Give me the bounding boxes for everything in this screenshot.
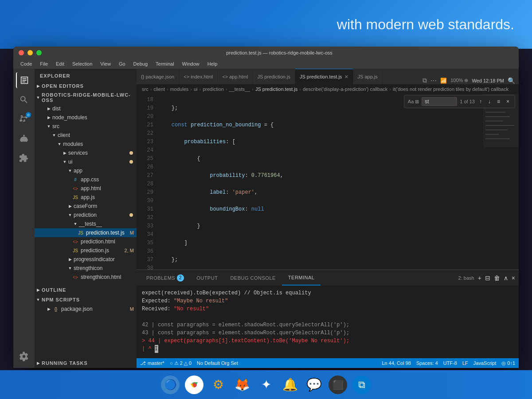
menu-debug[interactable]: Debug	[130, 59, 151, 69]
activity-extensions[interactable]	[16, 150, 32, 166]
minimize-button[interactable]	[27, 50, 33, 55]
sidebar-item-prediction-test[interactable]: JS prediction.test.js M	[35, 228, 137, 237]
sidebar-item-prediction[interactable]: ▼ prediction	[35, 211, 137, 219]
activity-explorer[interactable]	[16, 72, 32, 88]
sidebar-item-prediction-js[interactable]: JS prediction.js 2, M	[35, 246, 137, 255]
tab-debug-console[interactable]: DEBUG CONSOLE	[224, 270, 282, 286]
banner-text: with modern web standards.	[337, 16, 514, 33]
bc-modules[interactable]: modules	[170, 86, 189, 92]
sidebar-item-strengthicon-html[interactable]: <> strengthicon.html	[35, 273, 137, 282]
find-prev[interactable]: ↑	[477, 98, 484, 106]
menu-window[interactable]: Window	[179, 59, 203, 69]
taskbar-firefox[interactable]: 🦊	[233, 376, 251, 394]
prediction-js-badge: 2, M	[125, 248, 134, 253]
bc-client[interactable]: client	[153, 86, 165, 92]
taskbar-chrome[interactable]	[185, 376, 203, 394]
activity-settings[interactable]	[16, 348, 32, 364]
sidebar-item-caseform[interactable]: ▶ caseForm	[35, 202, 137, 211]
panel-close[interactable]: ×	[512, 274, 515, 282]
find-next[interactable]: ↓	[486, 98, 493, 106]
tab-app-js[interactable]: JS app.js	[353, 69, 383, 84]
tab-prediction-test-js[interactable]: JS prediction.test.js ×	[295, 69, 353, 84]
taskbar-icon7[interactable]: 💬	[305, 376, 323, 394]
sidebar-item-services[interactable]: ▶ services	[35, 149, 137, 157]
tab-problems[interactable]: PROBLEMS 2	[140, 270, 190, 286]
taskbar-icon3[interactable]: ⚙	[209, 376, 227, 394]
find-close[interactable]: ×	[505, 98, 511, 106]
maximize-button[interactable]	[36, 50, 42, 55]
sidebar-item-ui[interactable]: ▼ ui	[35, 157, 137, 166]
trash-icon[interactable]: 🗑	[494, 274, 500, 282]
more-actions-icon[interactable]: ⋯	[430, 77, 437, 84]
status-branch[interactable]: ⎇ master*	[140, 360, 164, 366]
find-select-all[interactable]: ≡	[495, 98, 502, 106]
tab-output[interactable]: OUTPUT	[190, 270, 224, 286]
sidebar-item-app-js[interactable]: JS app.js	[35, 193, 137, 202]
sidebar-item-client[interactable]: ▼ client	[35, 131, 137, 140]
tab-prediction-test-close[interactable]: ×	[344, 73, 348, 80]
status-position[interactable]: Ln 44, Col 98	[382, 360, 411, 366]
sidebar-item-node-modules[interactable]: ▶ node_modules	[35, 113, 137, 122]
sidebar-item-progressindicator[interactable]: ▶ progressIndicator	[35, 255, 137, 264]
bc-describe[interactable]: describe('display-a-prediction') callbac…	[303, 86, 387, 92]
tab-app-html[interactable]: <> app.html	[218, 69, 253, 84]
sidebar-item-app[interactable]: ▼ app	[35, 166, 137, 175]
split-terminal-icon[interactable]: ⊟	[485, 274, 490, 282]
status-org[interactable]: No Default Org Set	[197, 360, 238, 366]
sidebar-item-src[interactable]: ▼ src	[35, 122, 137, 131]
status-notifications[interactable]: ◎ 0↑1	[501, 360, 515, 366]
menu-view[interactable]: View	[97, 59, 114, 69]
running-tasks-header[interactable]: ▶ RUNNING TASKS	[35, 358, 137, 368]
sidebar-item-app-html[interactable]: <> app.html	[35, 184, 137, 193]
tab-package-json[interactable]: {} package.json	[137, 69, 179, 84]
taskbar-vscode[interactable]: ⧉	[352, 376, 371, 394]
menu-help[interactable]: Help	[204, 59, 221, 69]
close-button[interactable]	[19, 50, 24, 55]
taskbar-terminal[interactable]: ⬛	[329, 376, 347, 394]
bc-prediction[interactable]: prediction	[203, 86, 224, 92]
project-header[interactable]: ▼ ROBOTICS-RIDGE-MOBILE-LWC-OSS	[35, 91, 137, 104]
menu-selection[interactable]: Selection	[69, 59, 96, 69]
bc-file[interactable]: JS prediction.test.js	[255, 86, 297, 92]
open-editors-header[interactable]: ▶ OPEN EDITORS	[35, 81, 137, 91]
activity-scm[interactable]: 0	[16, 111, 32, 127]
outline-header[interactable]: ▶ OUTLINE	[35, 285, 137, 295]
status-errors[interactable]: ○ ⚠ 2 △ 0	[170, 360, 192, 366]
activity-search[interactable]	[16, 92, 32, 108]
menu-edit[interactable]: Edit	[52, 59, 68, 69]
status-encoding[interactable]: UTF-8	[443, 360, 457, 366]
status-eol[interactable]: LF	[462, 360, 468, 366]
bc-src[interactable]: src	[142, 86, 149, 92]
tab-terminal[interactable]: TERMINAL	[282, 270, 321, 286]
taskbar-finder[interactable]: 🔵	[161, 376, 180, 394]
sidebar-item-tests[interactable]: ▼ __tests__	[35, 219, 137, 228]
panel-chevron[interactable]: ∧	[504, 274, 508, 282]
menu-code[interactable]: Code	[17, 59, 35, 69]
sidebar-item-package-json[interactable]: ▶ {} package.json M	[35, 305, 137, 313]
menu-file[interactable]: File	[36, 59, 51, 69]
sidebar-item-dist[interactable]: ▶ dist	[35, 104, 137, 113]
menu-go[interactable]: Go	[115, 59, 129, 69]
status-language[interactable]: JavaScript	[473, 360, 496, 366]
status-spaces[interactable]: Spaces: 4	[416, 360, 438, 366]
sidebar-item-prediction-html[interactable]: <> prediction.html	[35, 237, 137, 246]
tab-index-html[interactable]: <> index.html	[179, 69, 218, 84]
bc-tests[interactable]: __tests__	[229, 86, 250, 92]
taskbar-icon5[interactable]: ✦	[257, 376, 275, 394]
sidebar-item-modules[interactable]: ▼ modules	[35, 140, 137, 149]
split-editor-icon[interactable]: ⧉	[422, 77, 427, 84]
tab-prediction-js[interactable]: JS prediction.js	[253, 69, 295, 84]
activity-debug[interactable]	[16, 131, 32, 147]
bc-it[interactable]: it('does not render prediction tiles by …	[393, 86, 509, 92]
code-editor[interactable]: Aa ⊠ 1 of 13 ↑ ↓ ≡ × 18 19 20 21 22 2	[137, 94, 519, 270]
terminal-content[interactable]: expect(received).toBe(expected) // Objec…	[137, 286, 519, 358]
sidebar-item-app-css[interactable]: # app.css	[35, 175, 137, 184]
sidebar-item-strengthicon[interactable]: ▼ strengthicon	[35, 264, 137, 273]
bc-ui[interactable]: ui	[194, 86, 198, 92]
find-input[interactable]	[422, 97, 457, 106]
new-terminal-icon[interactable]: +	[478, 274, 481, 282]
taskbar-icon6[interactable]: 🔔	[281, 376, 299, 394]
search-icon-top[interactable]: 🔍	[508, 77, 515, 84]
npm-scripts-header[interactable]: ▼ NPM SCRIPTS	[35, 295, 137, 305]
menu-terminal[interactable]: Terminal	[152, 59, 178, 69]
